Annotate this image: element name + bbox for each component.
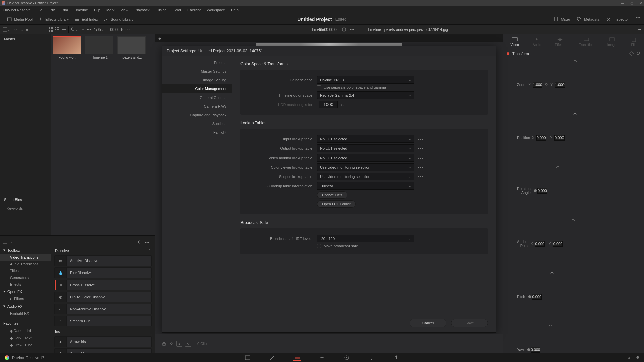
tab-effects[interactable]: Effects xyxy=(555,36,565,47)
inspector-button[interactable]: Inspector xyxy=(603,15,631,23)
category-iris[interactable]: Iris⌃ xyxy=(54,328,152,335)
mute-button[interactable]: M xyxy=(185,341,191,347)
page-media[interactable] xyxy=(244,354,252,361)
menu-item[interactable]: Help xyxy=(231,8,239,12)
lut-more-button[interactable]: ••• xyxy=(417,165,425,169)
reset-icon[interactable] xyxy=(550,271,644,322)
page-deliver[interactable] xyxy=(392,354,400,361)
nav-master-settings[interactable]: Master Settings xyxy=(162,67,232,76)
menu-item[interactable]: Trim xyxy=(61,8,68,12)
lut-more-button[interactable]: ••• xyxy=(417,156,425,160)
rotation-input[interactable]: 0.000 xyxy=(537,188,547,194)
link-icon[interactable] xyxy=(544,82,548,87)
keywords-bin[interactable]: Keywords xyxy=(0,204,51,213)
more-icon[interactable]: ••• xyxy=(637,27,641,32)
ire-select[interactable]: -20 - 120⌄ xyxy=(317,235,414,242)
separate-colorspace-checkbox[interactable] xyxy=(317,85,321,89)
audiofx-group[interactable]: ▾Audio FX xyxy=(0,302,51,310)
menu-item[interactable]: Color xyxy=(173,8,181,12)
menu-item[interactable]: File xyxy=(37,8,43,12)
reset-icon[interactable] xyxy=(571,218,644,269)
dropdown-icon[interactable] xyxy=(10,240,13,244)
open-lut-folder-button[interactable]: Open LUT Folder xyxy=(317,200,356,208)
link-icon[interactable] xyxy=(169,341,174,346)
more-icon[interactable]: … xyxy=(19,27,23,32)
minimize-icon[interactable]: — xyxy=(621,1,624,5)
media-pool-button[interactable]: Media Pool xyxy=(4,15,35,23)
reset-icon[interactable] xyxy=(573,112,644,163)
sort-icon[interactable] xyxy=(80,27,85,32)
nav-presets[interactable]: Presets xyxy=(162,58,232,67)
dropdown-icon[interactable] xyxy=(330,27,333,32)
color-science-select[interactable]: DaVinci YRGB⌄ xyxy=(317,76,414,84)
fav-item[interactable]: ◆ Draw...Line xyxy=(0,342,51,349)
sound-library-button[interactable]: Sound Library xyxy=(101,15,137,23)
metadata-button[interactable]: Metadata xyxy=(574,15,602,23)
menu-item[interactable]: Edit xyxy=(48,8,55,12)
menu-item[interactable]: Mark xyxy=(106,8,114,12)
close-icon[interactable]: ✕ xyxy=(639,1,642,5)
nav-video-transitions[interactable]: Video Transitions xyxy=(0,254,51,261)
nav-capture-playback[interactable]: Capture and Playback xyxy=(162,111,232,119)
menu-item[interactable]: DaVinci Resolve xyxy=(3,8,31,12)
nav-generators[interactable]: Generators xyxy=(0,274,51,281)
cancel-button[interactable]: Cancel xyxy=(410,319,446,327)
menu-item[interactable]: View xyxy=(120,8,128,12)
more-icon[interactable]: ••• xyxy=(636,15,640,23)
save-button[interactable]: Save xyxy=(451,319,488,327)
media-thumb[interactable]: Timeline 1 xyxy=(85,36,115,59)
page-fusion[interactable] xyxy=(318,354,326,361)
nav-image-scaling[interactable]: Image Scaling xyxy=(162,76,232,84)
fav-item[interactable]: ◆ Dark...Text xyxy=(0,335,51,342)
scopes-lut-select[interactable]: Use video monitoring selection⌄ xyxy=(317,173,414,180)
pitch-input[interactable]: 0.000 xyxy=(532,294,542,300)
fx-item[interactable]: ✚Cross Iris xyxy=(54,348,152,353)
nav-effects[interactable]: Effects xyxy=(0,281,51,288)
more-icon[interactable]: ••• xyxy=(145,240,149,244)
dropdown-icon[interactable] xyxy=(101,27,104,32)
fx-item[interactable]: ▲Arrow Iris xyxy=(54,336,152,347)
menu-item[interactable]: Playback xyxy=(135,8,150,12)
transform-header[interactable]: Transform xyxy=(503,49,644,58)
maximize-icon[interactable]: ▢ xyxy=(630,1,633,5)
tab-image[interactable]: Image xyxy=(607,36,617,47)
scope-icon[interactable] xyxy=(342,27,346,32)
zoom-x-input[interactable]: 1.000 xyxy=(533,82,543,88)
mixer-button[interactable]: Mixer xyxy=(551,15,573,23)
media-thumb[interactable]: pexels-and... xyxy=(117,36,147,59)
fav-item[interactable]: ◆ Dark...hird xyxy=(0,327,51,335)
monitor-lut-select[interactable]: No LUT selected⌄ xyxy=(317,154,414,162)
fx-item[interactable]: ◐Dip To Color Dissolve xyxy=(54,292,152,302)
settings-icon[interactable]: ⚙ xyxy=(636,355,639,360)
fx-item[interactable]: ▭Non-Additive Dissolve xyxy=(54,304,152,314)
skip-start-icon[interactable]: ⏮ xyxy=(158,36,161,40)
nav-filters[interactable]: ▸Filters xyxy=(0,295,51,302)
page-edit[interactable] xyxy=(293,354,301,361)
nav-fairlightfx[interactable]: Fairlight FX xyxy=(0,310,51,317)
grid-view-icon[interactable] xyxy=(55,27,60,32)
fx-item[interactable]: 💧Blur Dissolve xyxy=(54,267,152,278)
viewer-lut-select[interactable]: Use video monitoring selection⌄ xyxy=(317,163,414,171)
hdr-input[interactable] xyxy=(319,101,338,108)
page-color[interactable] xyxy=(343,354,351,361)
category-dissolve[interactable]: Dissolve⌃ xyxy=(54,247,152,254)
input-lut-select[interactable]: No LUT selected⌄ xyxy=(317,135,414,143)
interp-select[interactable]: Trilinear⌄ xyxy=(317,182,414,190)
fx-item[interactable]: ✕Cross Dissolve xyxy=(54,280,152,290)
timeline-name[interactable]: Timeline 1 xyxy=(311,27,328,32)
nav-subtitles[interactable]: Subtitles xyxy=(162,119,232,128)
menu-item[interactable]: Timeline xyxy=(74,8,88,12)
nav-general-options[interactable]: General Options xyxy=(162,93,232,102)
nav-fairlight[interactable]: Fairlight xyxy=(162,128,232,137)
pos-x-input[interactable]: 0.000 xyxy=(536,135,546,141)
nav-camera-raw[interactable]: Camera RAW xyxy=(162,102,232,111)
bin-view-icon[interactable] xyxy=(3,27,7,32)
yaw-input[interactable]: 0.000 xyxy=(531,347,541,353)
master-bin[interactable]: Master xyxy=(0,34,51,195)
list-view-icon[interactable] xyxy=(62,27,66,32)
zoom-y-input[interactable]: 1.000 xyxy=(555,82,565,88)
thumb-view-icon[interactable] xyxy=(48,27,53,32)
tab-file[interactable]: File xyxy=(630,36,637,47)
home-icon[interactable]: ⌂ xyxy=(628,355,630,360)
toolbox-group[interactable]: ▾Toolbox xyxy=(0,246,51,254)
